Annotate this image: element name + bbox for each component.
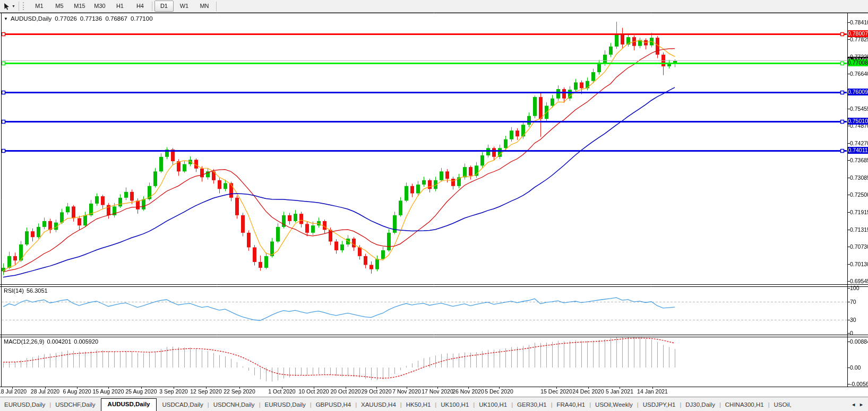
price-line-badge: 0.75010 xyxy=(848,118,868,125)
toolbar-separator xyxy=(152,2,152,11)
date-axis-tick: 3 Sep 2020 xyxy=(159,388,188,395)
date-axis-tick: 10 Oct 2020 xyxy=(298,388,329,395)
rsi-name: RSI(14) xyxy=(4,287,24,294)
macd-axis-tick: 0.00 xyxy=(850,364,861,371)
price-axis-tick: 0.74270 xyxy=(850,140,868,146)
chart-tab-china300-h1[interactable]: CHINA300,H1 xyxy=(721,399,768,411)
chart-tab-usdcnh-daily[interactable]: USDCNH,Daily xyxy=(209,399,259,411)
date-axis-tick: 22 Sep 2020 xyxy=(224,388,255,395)
price-line-badge: 0.74011 xyxy=(848,147,868,154)
price-chart-canvas[interactable] xyxy=(0,13,868,397)
macd-name: MACD(12,26,9) xyxy=(4,338,44,345)
price-line-badge: 0.78007 xyxy=(848,30,868,37)
toolbar-separator xyxy=(216,2,217,11)
chart-tab-eurusd-daily[interactable]: EURUSD,Daily xyxy=(260,399,310,411)
timeframe-toolbar: ▼ M1M5M15M30H1H4D1W1MN xyxy=(0,0,868,13)
chart-tab-uk100-h1[interactable]: UK100,H1 xyxy=(436,399,473,411)
ohlc-low: 0.76867 xyxy=(105,15,127,22)
macd-signal-value: 0.005920 xyxy=(74,338,98,345)
date-axis-tick: 15 Dec 2020 xyxy=(540,388,572,395)
rsi-axis-tick: 70 xyxy=(850,299,856,305)
chart-tab-eurusd-daily[interactable]: EURUSD,Daily xyxy=(0,399,49,411)
date-axis-tick: 26 Nov 2020 xyxy=(452,388,484,395)
chart-tab-hk50-h1[interactable]: HK50,H1 xyxy=(402,399,435,411)
rsi-value: 56.3051 xyxy=(27,287,48,294)
date-axis-tick: 20 Oct 2020 xyxy=(330,388,360,395)
date-axis-tick: 25 Aug 2020 xyxy=(126,388,157,395)
price-axis-tick: 0.72500 xyxy=(850,191,868,198)
chart-tab-usdcad-daily[interactable]: USDCAD,Daily xyxy=(158,399,207,411)
timeframe-button-W1[interactable]: W1 xyxy=(175,1,194,12)
macd-label: MACD(12,26,9)0.0042010.005920 xyxy=(4,338,101,345)
date-axis-tick: 29 Oct 2020 xyxy=(361,388,391,395)
chart-title: ▼AUDUSD,Daily0.770260.771360.768670.7710… xyxy=(4,15,153,22)
chart-tab-gbpusd-h4[interactable]: GBPUSD,H4 xyxy=(312,399,355,411)
chart-tab-ger30-h1[interactable]: GER30,H1 xyxy=(513,399,551,411)
date-axis-tick: 17 Nov 2020 xyxy=(422,388,453,395)
chart-tab-usoil-weekly[interactable]: USOil,Weekly xyxy=(591,399,637,411)
price-line-badge: 0.76009 xyxy=(848,89,868,95)
timeframe-button-H4[interactable]: H4 xyxy=(131,1,150,12)
chart-tab-xauusd-h4[interactable]: XAUUSD,H4 xyxy=(357,399,400,411)
dropdown-caret-icon[interactable]: ▼ xyxy=(12,4,15,8)
chart-tab-usdchf-daily[interactable]: USDCHF,Daily xyxy=(51,399,99,411)
toolbar-drag-grip[interactable] xyxy=(23,2,26,10)
date-axis-tick: 18 Jul 2020 xyxy=(0,388,27,395)
trading-platform-window: ▼ M1M5M15M30H1H4D1W1MN ▼AUDUSD,Daily0.77… xyxy=(0,0,868,411)
timeframe-button-M15[interactable]: M15 xyxy=(70,1,89,12)
cursor-arrow-icon xyxy=(3,3,10,10)
collapse-caret-icon[interactable]: ▼ xyxy=(4,16,8,21)
toolbar-separator xyxy=(19,2,19,11)
date-axis-tick: 24 Dec 2020 xyxy=(572,388,604,395)
date-axis-tick: 12 Sep 2020 xyxy=(190,388,222,395)
macd-axis-tick: -0.00565 xyxy=(850,381,868,387)
rsi-axis-tick: 30 xyxy=(850,317,856,323)
chart-tab-fra40-h1[interactable]: FRA40,H1 xyxy=(553,399,590,411)
date-axis-tick: 6 Aug 2020 xyxy=(63,388,91,395)
date-axis-tick: 1 Oct 2020 xyxy=(268,388,295,395)
rsi-axis-tick: 100 xyxy=(850,285,860,291)
chart-symbol-label: AUDUSD,Daily xyxy=(11,15,51,22)
date-axis-tick: 5 Jan 2021 xyxy=(606,388,633,395)
chart-tab-bar: EURUSD,Daily|USDCHF,DailyAUDUSD,DailyUSD… xyxy=(0,397,868,411)
macd-axis-tick: 0.00884 xyxy=(850,338,868,345)
price-axis-tick: 0.70730 xyxy=(850,243,868,250)
rsi-label: RSI(14)56.3051 xyxy=(4,287,50,294)
price-axis-tick: 0.73685 xyxy=(850,157,868,163)
price-axis-tick: 0.70130 xyxy=(850,261,868,267)
ohlc-open: 0.77026 xyxy=(55,15,77,22)
price-axis-tick: 0.75455 xyxy=(850,106,868,112)
chart-tab-dj30-daily[interactable]: DJ30,Daily xyxy=(681,399,719,411)
cursor-tool-icon[interactable] xyxy=(1,2,12,11)
price-axis-tick: 0.76640 xyxy=(850,71,868,77)
timeframe-button-group: M1M5M15M30H1H4D1W1MN xyxy=(29,1,218,12)
ohlc-close: 0.77100 xyxy=(131,15,153,22)
price-line-badge: 0.77008 xyxy=(848,59,868,66)
tab-scroll-right-icon[interactable]: ► xyxy=(859,402,864,407)
timeframe-button-D1[interactable]: D1 xyxy=(154,1,174,12)
price-axis-tick: 0.73085 xyxy=(850,174,868,181)
timeframe-button-M30[interactable]: M30 xyxy=(90,1,109,12)
rsi-axis-tick: 0 xyxy=(850,330,853,336)
timeframe-button-M5[interactable]: M5 xyxy=(50,1,69,12)
timeframe-button-MN[interactable]: MN xyxy=(195,1,214,12)
price-axis-tick: 0.69545 xyxy=(850,278,868,284)
date-axis-tick: 15 Aug 2020 xyxy=(93,388,124,395)
date-axis-tick: 28 Jul 2020 xyxy=(31,388,59,395)
tab-scroll-arrows: ◄► xyxy=(848,402,868,411)
price-axis-tick: 0.78410 xyxy=(850,19,868,25)
price-axis-tick: 0.71915 xyxy=(850,209,868,215)
date-axis-tick: 5 Dec 2020 xyxy=(485,388,513,395)
chart-tab-usdjpy-h1[interactable]: USDJPY,H1 xyxy=(639,399,680,411)
date-axis-tick: 14 Jan 2021 xyxy=(637,388,668,395)
timeframe-button-H1[interactable]: H1 xyxy=(110,1,130,12)
tab-scroll-left-icon[interactable]: ◄ xyxy=(851,402,856,407)
ohlc-high: 0.77136 xyxy=(80,15,102,22)
chart-tab-uk100-h1[interactable]: UK100,H1 xyxy=(475,399,511,411)
chart-tab-audusd-daily[interactable]: AUDUSD,Daily xyxy=(101,398,157,411)
macd-main-value: 0.004201 xyxy=(47,338,71,345)
price-axis-tick: 0.71315 xyxy=(850,226,868,233)
chart-tab-usoil-[interactable]: USOil, xyxy=(770,399,796,411)
date-axis-tick: 7 Nov 2020 xyxy=(392,388,421,395)
timeframe-button-M1[interactable]: M1 xyxy=(30,1,49,12)
